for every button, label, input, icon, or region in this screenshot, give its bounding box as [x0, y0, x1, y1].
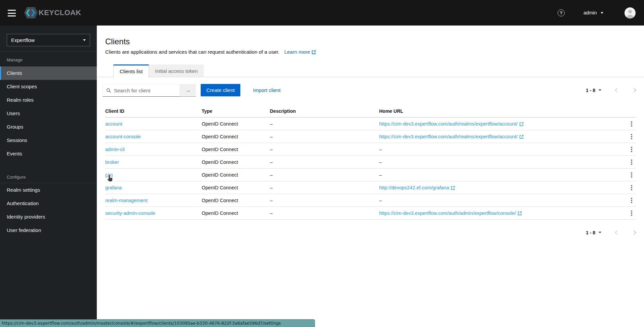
create-client-button[interactable]: Create client: [201, 84, 240, 96]
client-id-cell: broker: [105, 156, 119, 169]
nav-section-title: Configure: [0, 175, 97, 183]
description-cell: –: [270, 169, 273, 181]
user-menu-button[interactable]: admin: [583, 0, 603, 26]
client-id-link[interactable]: realm-management: [105, 198, 148, 203]
chevron-down-icon: [601, 12, 603, 14]
sidebar-item-identity-providers[interactable]: Identity providers: [0, 210, 97, 224]
pagination-top: 1 - 8: [586, 84, 636, 96]
home-url-link[interactable]: http://devops242.ef.com/grafana: [379, 185, 455, 190]
table-row: brokerOpenID Connect––: [105, 156, 636, 169]
description-cell: –: [270, 143, 273, 156]
chevron-down-icon: [83, 39, 86, 41]
sidebar-item-events[interactable]: Events: [0, 147, 97, 160]
client-id-link[interactable]: account: [105, 121, 122, 127]
row-kebab-menu-icon[interactable]: [628, 171, 636, 179]
table-row: account-consoleOpenID Connect–https://ci…: [105, 130, 636, 143]
user-menu-label: admin: [583, 10, 597, 15]
client-id-cell: grafana: [105, 181, 122, 194]
client-id-link[interactable]: account-console: [105, 134, 141, 139]
import-client-link[interactable]: Import client: [253, 84, 281, 96]
pagination-menu-button[interactable]: [599, 89, 601, 91]
sidebar-item-users[interactable]: Users: [0, 107, 97, 120]
table-row: cimOpenID Connect––: [105, 169, 636, 181]
row-kebab-menu-icon[interactable]: [628, 133, 636, 141]
tab-label: Initial access token: [155, 68, 198, 74]
search-control: Search for client →: [103, 84, 196, 97]
tab-initial-access-token[interactable]: Initial access token: [149, 64, 204, 77]
previous-page-button[interactable]: [615, 89, 618, 92]
type-cell: OpenID Connect: [202, 130, 238, 143]
home-url-cell: https://cim-dev3.expertflow.com/auth/adm…: [379, 207, 522, 220]
pagination-bottom: 1 - 8: [586, 226, 636, 239]
client-id-link[interactable]: cim: [105, 172, 113, 178]
sidebar-item-groups[interactable]: Groups: [0, 120, 97, 134]
row-kebab-menu-icon[interactable]: [628, 196, 636, 204]
sidebar-item-user-federation[interactable]: User federation: [0, 224, 97, 237]
home-url-link[interactable]: https://cim-dev3.expertflow.com/auth/adm…: [379, 211, 522, 216]
row-kebab-menu-icon[interactable]: [628, 158, 636, 166]
client-id-link[interactable]: grafana: [105, 185, 122, 190]
chevron-down-icon: [599, 232, 601, 233]
column-header-client-id: Client ID: [105, 105, 124, 118]
client-id-link[interactable]: security-admin-console: [105, 211, 155, 216]
home-url-text: https://cim-dev3.expertflow.com/auth/rea…: [379, 134, 518, 139]
next-page-button[interactable]: [633, 231, 636, 234]
tab-clients-list[interactable]: Clients list: [113, 64, 149, 77]
type-cell: OpenID Connect: [202, 143, 238, 156]
client-id-cell: admin-cli: [105, 143, 125, 156]
search-input[interactable]: Search for client: [103, 84, 180, 97]
client-id-cell: account: [105, 118, 122, 130]
learn-more-link[interactable]: Learn more: [284, 49, 316, 55]
sidebar-item-client-scopes[interactable]: Client scopes: [0, 80, 97, 93]
type-cell: OpenID Connect: [202, 207, 238, 220]
avatar[interactable]: [625, 7, 636, 18]
chevron-right-icon: [632, 230, 636, 235]
home-url-cell: –: [379, 194, 382, 207]
sidebar-item-realm-roles[interactable]: Realm roles: [0, 93, 97, 107]
realm-selector[interactable]: Expertflow: [7, 34, 90, 46]
search-submit-button[interactable]: →: [180, 84, 196, 97]
sidebar-item-sessions[interactable]: Sessions: [0, 134, 97, 147]
table-row: admin-cliOpenID Connect––: [105, 143, 636, 156]
pagination-range: 1 - 8: [586, 230, 595, 235]
column-header-description: Description: [270, 105, 296, 118]
description-cell: –: [270, 194, 273, 207]
external-link-icon: [312, 50, 316, 54]
row-kebab-menu-icon[interactable]: [628, 209, 636, 217]
type-cell: OpenID Connect: [202, 181, 238, 194]
nav-section-configure: ConfigureRealm settingsAuthenticationIde…: [0, 175, 97, 237]
external-link-icon: [519, 135, 524, 139]
row-kebab-menu-icon[interactable]: [628, 145, 636, 153]
help-icon[interactable]: ?: [558, 9, 565, 16]
client-id-link[interactable]: broker: [105, 159, 119, 165]
table-row: grafanaOpenID Connect–http://devops242.e…: [105, 181, 636, 194]
external-link-icon: [519, 122, 524, 126]
home-url-link[interactable]: https://cim-dev3.expertflow.com/auth/rea…: [379, 121, 524, 127]
search-icon: [106, 88, 111, 93]
home-url-cell: –: [379, 156, 382, 169]
column-header-home-url: Home URL: [379, 105, 403, 118]
home-url-text: http://devops242.ef.com/grafana: [379, 185, 449, 190]
brand-text: KEYCLOAK: [39, 8, 81, 17]
table-header: Client ID Type Description Home URL: [105, 105, 636, 118]
row-kebab-menu-icon[interactable]: [628, 120, 636, 128]
table-row: realm-managementOpenID Connect––: [105, 194, 636, 207]
page-description: Clients are applications and services th…: [105, 49, 280, 55]
table-row: security-admin-consoleOpenID Connect–htt…: [105, 207, 636, 220]
sidebar-item-realm-settings[interactable]: Realm settings: [0, 183, 97, 197]
previous-page-button[interactable]: [615, 231, 618, 234]
hamburger-menu-icon[interactable]: [8, 10, 16, 16]
pagination-menu-button[interactable]: [599, 232, 601, 233]
client-id-cell: security-admin-console: [105, 207, 155, 220]
next-page-button[interactable]: [633, 89, 636, 92]
client-id-link[interactable]: admin-cli: [105, 147, 125, 152]
nav-section-manage: ManageClientsClient scopesRealm rolesUse…: [0, 52, 97, 160]
nav-section-title: Manage: [0, 52, 97, 66]
home-url-link[interactable]: https://cim-dev3.expertflow.com/auth/rea…: [379, 134, 524, 139]
chevron-left-icon: [615, 88, 619, 92]
sidebar-item-clients[interactable]: Clients: [0, 66, 97, 80]
row-kebab-menu-icon[interactable]: [628, 184, 636, 192]
sidebar-item-authentication[interactable]: Authentication: [0, 197, 97, 210]
tab-label: Clients list: [120, 68, 143, 74]
home-url-cell: http://devops242.ef.com/grafana: [379, 181, 455, 194]
